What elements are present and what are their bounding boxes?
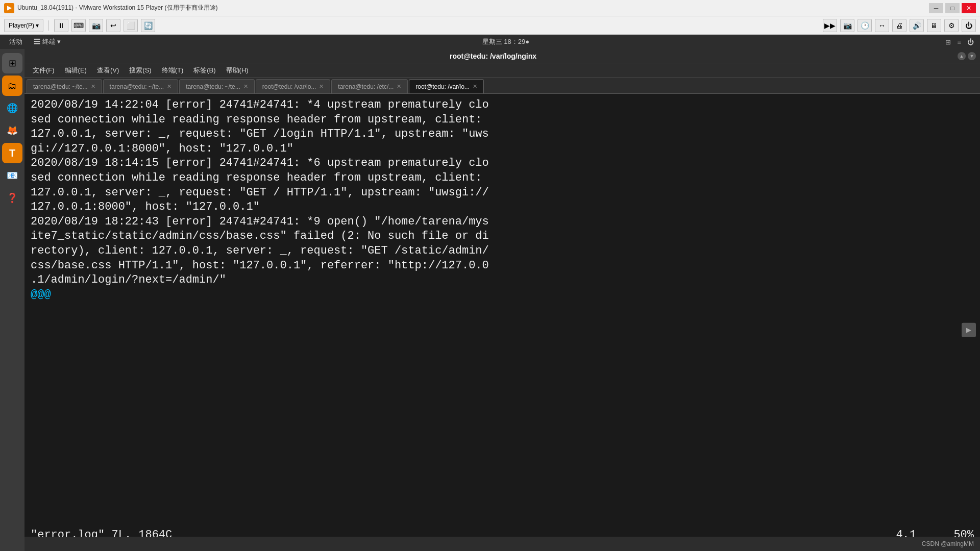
ubuntu-indicator-2[interactable]: ≡	[957, 38, 961, 46]
revert-button[interactable]: ↩	[106, 19, 120, 32]
pause-button[interactable]: ⏸	[54, 19, 68, 32]
vmware-right-icon-4[interactable]: ↔	[875, 19, 889, 32]
terminal-tab-5[interactable]: tarena@tedu: /etc/... ✕	[331, 79, 408, 93]
vmware-right-icon-6[interactable]: 🔊	[910, 19, 924, 32]
terminal-title: root@tedu: /var/log/nginx	[450, 52, 536, 60]
close-button[interactable]: ✕	[962, 3, 976, 13]
log-line-6: sed connection while reading response he…	[31, 171, 974, 186]
terminal-tab-3[interactable]: tarena@tedu: ~/te... ✕	[179, 79, 255, 93]
ubuntu-clock: 星期三 18：29●	[66, 37, 945, 46]
tab-menu[interactable]: 标签(B)	[189, 65, 219, 76]
terminal-menu-item[interactable]: 终端(T)	[158, 65, 188, 76]
vmware-right-icon-2[interactable]: 📷	[840, 19, 854, 32]
search-menu[interactable]: 搜索(S)	[125, 65, 155, 76]
minimize-button[interactable]: ─	[929, 3, 943, 13]
help-icon: ❓	[7, 192, 18, 204]
taskbar-email[interactable]: 📧	[2, 165, 22, 186]
log-line-1: 2020/08/19 14:22:04 [error] 24741#24741:…	[31, 98, 974, 113]
ubuntu-menubar: 活动 ☰ 终端 ▾ 星期三 18：29● ⊞ ≡ ⏻	[0, 35, 980, 49]
taskbar-firefox[interactable]: 🦊	[2, 120, 22, 141]
taskbar-text-editor[interactable]: T	[2, 143, 22, 163]
terminal-tab-6[interactable]: root@tedu: /var/lo... ✕	[409, 79, 484, 93]
taskbar-files[interactable]: 🗂	[2, 76, 22, 96]
dash-icon: ⊞	[9, 58, 16, 69]
vmware-right-icon-9[interactable]: ⏻	[962, 19, 976, 32]
vmware-titlebar: ▶ Ubuntu_18.04(1911) - VMware Workstatio…	[0, 0, 980, 16]
scroll-to-end-button[interactable]: ▶	[962, 322, 976, 337]
terminal-titlebar: root@tedu: /var/log/nginx ▲ ▼	[24, 49, 980, 63]
files-icon: 🗂	[8, 81, 17, 91]
vmware-right-icon-1[interactable]: ▶▶	[823, 19, 837, 32]
send-ctrl-alt-del-button[interactable]: ⌨	[71, 19, 86, 32]
log-line-11: rectory), client: 127.0.0.1, server: _, …	[31, 244, 974, 259]
tab-close-5[interactable]: ✕	[397, 83, 401, 90]
log-line-8: 127.0.0.1:8000", host: "127.0.0.1"	[31, 200, 974, 215]
window-controls: ─ □ ✕	[929, 3, 976, 13]
log-line-5: 2020/08/19 18:14:15 [error] 24741#24741:…	[31, 156, 974, 171]
tab-close-6[interactable]: ✕	[473, 83, 477, 90]
watermark-bottom: CSDN @amingMM	[922, 540, 974, 547]
edit-menu[interactable]: 编辑(E)	[61, 65, 91, 76]
ubuntu-menubar-left: 活动 ☰ 终端 ▾	[0, 36, 66, 47]
tab-close-3[interactable]: ✕	[243, 83, 248, 90]
help-menu[interactable]: 帮助(H)	[222, 65, 253, 76]
ubuntu-indicator-1[interactable]: ⊞	[945, 38, 951, 46]
window-title: Ubuntu_18.04(1911) - VMware Workstation …	[17, 4, 929, 12]
ubuntu-power-icon[interactable]: ⏻	[967, 38, 974, 46]
file-menu[interactable]: 文件(F)	[29, 65, 59, 76]
firefox-icon: 🦊	[7, 125, 18, 136]
terminal-tab-2[interactable]: tarena@tedu: ~/te... ✕	[103, 79, 179, 93]
chrome-icon: 🌐	[7, 103, 18, 114]
taskbar-dash[interactable]: ⊞	[2, 53, 22, 73]
fullscreen-button[interactable]: ⬜	[124, 19, 138, 32]
vmware-right-icon-5[interactable]: 🖨	[892, 19, 906, 32]
email-icon: 📧	[7, 170, 18, 181]
vmware-right-icon-8[interactable]: ⚙	[944, 19, 959, 32]
view-menu[interactable]: 查看(V)	[93, 65, 123, 76]
snapshot-button[interactable]: 📷	[89, 19, 103, 32]
ubuntu-menubar-right: ⊞ ≡ ⏻	[945, 38, 980, 46]
vmware-icon: ▶	[4, 3, 14, 13]
scroll-area: ▶	[962, 322, 976, 337]
terminal-window: root@tedu: /var/log/nginx ▲ ▼ 文件(F) 编辑(E…	[24, 49, 980, 551]
toolbar-separator	[48, 20, 49, 31]
log-line-13: .1/admin/login/?next=/admin/"	[31, 273, 974, 288]
terminal-content[interactable]: 2020/08/19 14:22:04 [error] 24741#24741:…	[24, 94, 980, 551]
taskbar-help[interactable]: ❓	[2, 188, 22, 208]
tab-close-2[interactable]: ✕	[167, 83, 172, 90]
log-line-3: 127.0.0.1, server: _, request: "GET /log…	[31, 127, 974, 142]
terminal-tabs: tarena@tedu: ~/te... ✕ tarena@tedu: ~/te…	[24, 78, 980, 94]
tab-close-1[interactable]: ✕	[91, 83, 95, 90]
unity-button[interactable]: 🔄	[141, 19, 155, 32]
log-line-7: 127.0.0.1, server: _, request: "GET / HT…	[31, 186, 974, 201]
activities-menu[interactable]: 活动	[4, 36, 28, 47]
text-editor-icon: T	[9, 147, 15, 159]
ubuntu-taskbar: ⊞ 🗂 🌐 🦊 T 📧 ❓	[0, 49, 24, 551]
vmware-right-icon-7[interactable]: 🖥	[927, 19, 941, 32]
cursor-line: @@@	[31, 288, 974, 303]
vmware-toolbar: Player(P) ▾ ⏸ ⌨ 📷 ↩ ⬜ 🔄 ▶▶ 📷 🕐 ↔ 🖨 🔊 🖥 ⚙…	[0, 16, 980, 35]
terminal-tab-4[interactable]: root@tedu: /var/lo... ✕	[256, 79, 331, 93]
log-line-12: css/base.css HTTP/1.1", host: "127.0.0.1…	[31, 259, 974, 273]
terminal-scroll-up[interactable]: ▲	[958, 52, 966, 60]
bottom-right: CSDN @amingMM	[922, 540, 974, 547]
terminal-menubar: 文件(F) 编辑(E) 查看(V) 搜索(S) 终端(T) 标签(B) 帮助(H…	[24, 63, 980, 78]
log-line-4: gi://127.0.0.1:8000", host: "127.0.0.1"	[31, 142, 974, 157]
bottom-bar: CSDN @amingMM	[0, 537, 980, 551]
tab-close-4[interactable]: ✕	[319, 83, 324, 90]
taskbar-chrome[interactable]: 🌐	[2, 98, 22, 118]
log-line-2: sed connection while reading response he…	[31, 113, 974, 128]
terminal-title-right: ▲ ▼	[958, 52, 976, 60]
maximize-button[interactable]: □	[945, 3, 960, 13]
terminal-menu[interactable]: ☰ 终端 ▾	[29, 36, 66, 47]
terminal-scroll-down[interactable]: ▼	[968, 52, 976, 60]
vmware-right-icon-3[interactable]: 🕐	[857, 19, 872, 32]
terminal-tab-1[interactable]: tarena@tedu: ~/te... ✕	[27, 79, 102, 93]
log-line-10: ite7_static/static/admin/css/base.css" f…	[31, 229, 974, 244]
log-line-9: 2020/08/19 18:22:43 [error] 24741#24741:…	[31, 215, 974, 230]
player-menu-button[interactable]: Player(P) ▾	[4, 19, 43, 32]
